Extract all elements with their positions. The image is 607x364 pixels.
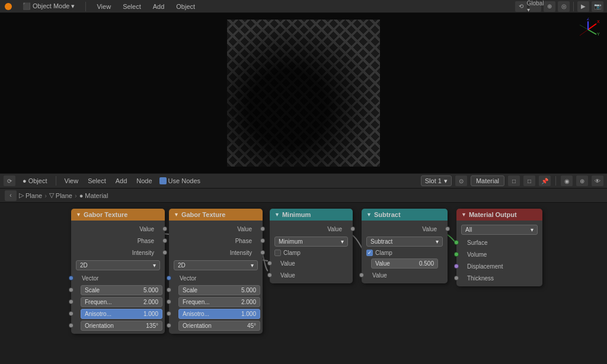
- use-nodes-checkbox-group[interactable]: Use Nodes: [159, 177, 200, 184]
- gabor2-out-value: Value: [169, 223, 263, 235]
- transform-icon[interactable]: ⟲: [515, 1, 527, 12]
- gabor2-aniso-row: Anisotro... 1.000: [169, 308, 263, 320]
- node-minimum[interactable]: ▼ Minimum Value Minimum ▾ Clamp Value: [270, 209, 353, 283]
- gabor2-vector-socket: [167, 276, 171, 280]
- gabor1-scale-field[interactable]: Scale 5.000: [81, 285, 162, 295]
- matout-title: Material Output: [469, 211, 517, 218]
- display-icon[interactable]: 👁: [592, 175, 603, 186]
- menu-select[interactable]: Select: [120, 3, 143, 10]
- gabor2-scale-socket: [167, 288, 171, 292]
- slot-icon1[interactable]: □: [508, 175, 520, 186]
- gabor1-mode-dropdown[interactable]: 2D ▾: [76, 260, 160, 270]
- matout-body: All ▾ Surface Volume Displacement Thickn…: [456, 221, 542, 286]
- gabor2-title: Gabor Texture: [181, 211, 225, 218]
- gabor1-freq-field[interactable]: Frequen... 2.000: [81, 297, 162, 307]
- gabor1-header: ▼ Gabor Texture: [71, 209, 165, 221]
- node-matout[interactable]: ▼ Material Output All ▾ Surface Volume D…: [456, 209, 542, 286]
- node-menu-node[interactable]: Node: [134, 177, 154, 184]
- matout-in-volume: Volume: [456, 248, 542, 260]
- subtract-value-socket: [445, 226, 450, 231]
- minimum-val2-label: Value: [273, 272, 302, 279]
- minimum-arrow: ▼: [274, 212, 280, 218]
- svg-line-7: [580, 30, 588, 36]
- global-selector[interactable]: Global ▾: [529, 1, 541, 12]
- matout-displacement-label: Displacement: [460, 263, 510, 270]
- subtract-op-dropdown[interactable]: Subtract ▾: [366, 237, 443, 247]
- proportional-icon[interactable]: ◎: [558, 1, 570, 12]
- node-gabor1[interactable]: ▼ Gabor Texture Value Phase Intensity 2D: [71, 209, 165, 334]
- top-right-toolbar: ⟲ Global ▾ ⊕ ◎ ▶ 📷: [515, 1, 603, 12]
- gabor1-aniso-label: Anisotro...: [85, 311, 111, 317]
- gabor2-aniso-field[interactable]: Anisotro... 1.000: [178, 309, 260, 319]
- gabor2-dropdown-arrow: ▾: [251, 262, 254, 269]
- camera-icon[interactable]: 📷: [592, 1, 603, 12]
- editor-type-icon[interactable]: ⟳: [4, 175, 15, 186]
- gabor1-scale-label: Scale: [85, 287, 100, 293]
- minimum-op-dropdown[interactable]: Minimum ▾: [274, 237, 348, 247]
- gabor2-freq-field[interactable]: Frequen... 2.000: [178, 297, 260, 307]
- minimum-clamp-checkbox[interactable]: [274, 250, 281, 256]
- plane1-icon: ▷: [19, 191, 24, 199]
- gabor2-aniso-value: 1.000: [241, 311, 256, 317]
- gabor1-aniso-value: 1.000: [143, 311, 158, 317]
- node-menu-view[interactable]: View: [62, 177, 81, 184]
- matout-header: ▼ Material Output: [456, 209, 542, 221]
- use-nodes-label: Use Nodes: [168, 177, 200, 184]
- gizmo-icon[interactable]: ⊕: [576, 175, 588, 186]
- mode-selector[interactable]: ⬛ Object Mode ▾: [20, 2, 77, 10]
- gabor2-orient-field[interactable]: Orientation 45°: [178, 321, 260, 331]
- menu-add[interactable]: Add: [151, 3, 167, 10]
- gabor2-in-vector: Vector: [169, 272, 263, 284]
- gabor1-aniso-socket: [69, 311, 74, 316]
- axis-indicator: X Y Z: [576, 18, 600, 41]
- svg-line-8: [588, 30, 596, 34]
- matout-target-value: All: [465, 226, 472, 233]
- sphere-icon[interactable]: ⊙: [455, 175, 467, 186]
- svg-text:Y: Y: [597, 32, 600, 36]
- render-icon[interactable]: ▶: [577, 1, 589, 12]
- matout-surface-label: Surface: [460, 240, 494, 246]
- breadcrumb-plane1[interactable]: ▷ Plane: [19, 191, 42, 199]
- node-menu-object[interactable]: ● Object: [20, 177, 50, 184]
- gabor1-vector-label: Vector: [75, 275, 106, 282]
- subtract-clamp-value-field[interactable]: Value 0.500: [371, 258, 438, 269]
- gabor1-freq-socket: [69, 299, 74, 304]
- breadcrumb-material[interactable]: ● Material: [79, 192, 108, 199]
- gabor2-scale-field[interactable]: Scale 5.000: [178, 285, 260, 295]
- menu-object[interactable]: Object: [174, 3, 197, 10]
- gabor2-phase-label: Phase: [169, 238, 259, 244]
- snap-icon[interactable]: ⊕: [544, 1, 555, 12]
- gabor1-intensity-socket: [162, 250, 167, 255]
- subtract-clamp-row[interactable]: ✓ Clamp: [362, 248, 448, 257]
- matout-volume-label: Volume: [460, 251, 494, 258]
- material-selector[interactable]: Material: [471, 175, 504, 186]
- subtract-clamp-checkbox[interactable]: ✓: [366, 250, 373, 256]
- overlay-icon[interactable]: ◉: [561, 175, 573, 186]
- breadcrumb-plane2[interactable]: ▽ Plane: [49, 191, 72, 199]
- use-nodes-checkbox[interactable]: [159, 177, 167, 184]
- gabor1-dropdown-arrow: ▾: [153, 262, 156, 269]
- gabor2-mode-dropdown[interactable]: 2D ▾: [174, 260, 258, 270]
- node-menu-add[interactable]: Add: [113, 177, 130, 184]
- node-canvas[interactable]: ▼ Gabor Texture Value Phase Intensity 2D: [0, 203, 607, 364]
- gabor1-orient-field[interactable]: Orientation 135°: [81, 321, 162, 331]
- matout-target-dropdown[interactable]: All ▾: [461, 225, 538, 235]
- subtract-header: ▼ Subtract: [362, 209, 448, 221]
- matout-in-displacement: Displacement: [456, 260, 542, 272]
- node-gabor2[interactable]: ▼ Gabor Texture Value Phase Intensity 2D…: [169, 209, 263, 334]
- gabor1-intensity-label: Intensity: [71, 250, 161, 256]
- menu-view[interactable]: View: [94, 3, 113, 10]
- back-icon[interactable]: ‹: [5, 190, 17, 201]
- breadcrumb-bar: ‹ ▷ Plane › ▽ Plane › ● Material: [0, 189, 607, 203]
- svg-rect-5: [227, 20, 380, 167]
- gabor1-aniso-field[interactable]: Anisotro... 1.000: [81, 309, 162, 319]
- node-menu-select[interactable]: Select: [85, 177, 108, 184]
- subtract-arrow: ▼: [366, 212, 372, 218]
- pin-icon[interactable]: 📌: [539, 175, 551, 186]
- node-subtract[interactable]: ▼ Subtract Value Subtract ▾ ✓ Clamp Valu…: [362, 209, 448, 283]
- matout-thickness-socket: [454, 276, 459, 280]
- minimum-clamp-row[interactable]: Clamp: [270, 248, 353, 257]
- breadcrumb-sep1: ›: [44, 192, 47, 199]
- slot-selector[interactable]: Slot 1 ▾: [421, 175, 452, 186]
- slot-icon2[interactable]: □: [523, 175, 535, 186]
